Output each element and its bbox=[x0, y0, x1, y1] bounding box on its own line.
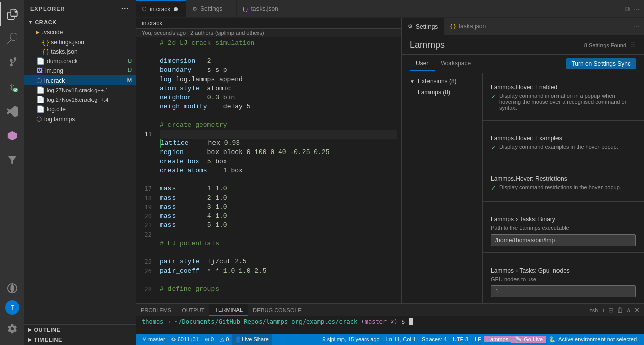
log-cite-label: log.cite bbox=[47, 106, 132, 113]
remote-icon[interactable] bbox=[0, 276, 24, 300]
gpu-nodes-input[interactable] bbox=[491, 285, 636, 297]
code-line bbox=[160, 248, 397, 257]
settings-gear-icon[interactable] bbox=[0, 317, 24, 341]
code-line bbox=[160, 48, 397, 57]
env-status[interactable]: 🐍 Active environment not selected bbox=[546, 336, 640, 343]
code-area[interactable]: # 2d LJ crack simulation dimension 2 bou… bbox=[156, 37, 401, 303]
sidebar-item-log-lammps[interactable]: ⬡ log.lammps bbox=[24, 114, 136, 124]
status-bar: ⑂ master ⟳ 6011↓31 ⊗ 0 △ 0 👤 Live Share … bbox=[136, 334, 644, 345]
tasks-binary-name: Lammps › Tasks: Binary bbox=[491, 216, 636, 223]
tab-modified-dot bbox=[174, 7, 178, 11]
svg-marker-1 bbox=[8, 131, 17, 140]
tab-tasks-json[interactable]: { } tasks.json bbox=[237, 0, 287, 17]
cursor-pos-status[interactable]: Ln 11, Col 1 bbox=[383, 336, 419, 342]
sidebar-item-settings-json[interactable]: { } settings.json bbox=[24, 37, 136, 47]
search-icon[interactable] bbox=[0, 26, 24, 51]
terminal-tab[interactable]: TERMINAL bbox=[209, 304, 248, 316]
test-icon[interactable] bbox=[0, 148, 24, 172]
source-control-icon[interactable] bbox=[0, 51, 24, 75]
hover-enabled-name: Lammps.Hover: Enabled bbox=[491, 84, 636, 91]
branch-status[interactable]: ⑂ master bbox=[140, 334, 168, 345]
spaces-status[interactable]: Spaces: 4 bbox=[419, 336, 450, 342]
tab-settings-label: Settings bbox=[200, 5, 222, 12]
setting-tasks-binary: Lammps › Tasks: Binary Path to the Lammp… bbox=[483, 210, 644, 253]
setting-hover-restrictions: Lammps.Hover: Restrictions ✓ Display com… bbox=[483, 169, 644, 202]
tasks-binary-input[interactable] bbox=[491, 234, 636, 246]
hover-enabled-desc: ✓ Display command information in a popup… bbox=[491, 93, 636, 111]
avatar[interactable]: T bbox=[5, 300, 19, 315]
code-line: # LJ potentials bbox=[160, 239, 397, 248]
errors-label: ⊗ 0 bbox=[205, 336, 214, 343]
debug-console-tab[interactable]: DEBUG CONSOLE bbox=[248, 304, 307, 316]
run-debug-icon[interactable] bbox=[0, 75, 24, 99]
editor-content[interactable]: 11 17 18 19 20 21 22 25 bbox=[136, 37, 401, 303]
terminal-split-icon[interactable]: ⊟ bbox=[608, 306, 614, 314]
terminal-expand-icon[interactable]: ∧ bbox=[626, 306, 631, 314]
encoding-status[interactable]: UTF-8 bbox=[450, 336, 471, 342]
sidebar-menu-icon[interactable]: ··· bbox=[121, 4, 130, 13]
code-line bbox=[160, 276, 397, 285]
terminal-close-panel-icon[interactable]: ✕ bbox=[634, 306, 640, 314]
warnings-status[interactable]: △ 0 bbox=[217, 334, 232, 345]
tab-settings[interactable]: ⚙ Settings bbox=[186, 0, 237, 17]
sidebar-item-in-crack[interactable]: ⬡ in.crack M bbox=[24, 75, 136, 85]
code-line bbox=[160, 130, 397, 139]
git-blame-status[interactable]: 9 sjplimp, 15 years ago bbox=[320, 336, 383, 342]
editor-tab-actions: ⧉ ··· bbox=[621, 0, 644, 17]
settings-more-icon[interactable]: ··· bbox=[634, 22, 640, 30]
sidebar-item-vscode[interactable]: ▸ .vscode bbox=[24, 27, 136, 37]
outline-arrow: ▶ bbox=[28, 327, 32, 332]
hover-restrictions-name: Lammps.Hover: Restrictions bbox=[491, 175, 636, 182]
lm-png-label: lm.png bbox=[45, 67, 126, 74]
tab-tasks-json-settings[interactable]: { } tasks.json bbox=[444, 18, 492, 35]
sidebar-section-crack[interactable]: ▼ CRACK bbox=[24, 17, 136, 27]
sync-settings-button[interactable]: Turn on Settings Sync bbox=[566, 58, 636, 69]
terminal-branch: (master ✗) bbox=[361, 318, 398, 325]
settings-layout-icon[interactable]: ☰ bbox=[630, 42, 636, 49]
env-icon: 🐍 bbox=[549, 336, 556, 343]
more-actions-icon[interactable]: ··· bbox=[634, 5, 640, 13]
sidebar-item-tasks-json[interactable]: { } tasks.json bbox=[24, 47, 136, 56]
split-editor-icon[interactable]: ⧉ bbox=[625, 5, 630, 13]
live-share-badge[interactable]: 👤 Live Share bbox=[232, 334, 272, 345]
files-icon[interactable] bbox=[0, 2, 24, 26]
outline-section[interactable]: ▶ OUTLINE bbox=[24, 324, 136, 335]
tasks-json-label: tasks.json bbox=[51, 48, 132, 55]
file-icon-crack: ⬡ bbox=[36, 76, 42, 84]
eol-status[interactable]: LF bbox=[471, 336, 484, 342]
sidebar-item-log-g4[interactable]: 📄 log.27Nov18.crack.g++.4 bbox=[24, 95, 136, 104]
sidebar-item-dump-crack[interactable]: 📄 dump.crack U bbox=[24, 56, 136, 66]
timeline-section[interactable]: ▶ TIMELINE bbox=[24, 335, 136, 345]
user-tab[interactable]: User bbox=[410, 57, 435, 71]
tab-tasks-label: tasks.json bbox=[251, 5, 278, 12]
sync-status[interactable]: ⟳ 6011↓31 bbox=[168, 334, 202, 345]
terminal-tab-label: TERMINAL bbox=[214, 306, 243, 313]
go-live-status[interactable]: 📡 Go Live bbox=[511, 336, 546, 343]
vscode-folder-label: .vscode bbox=[42, 29, 132, 36]
terminal-add-icon[interactable]: + bbox=[601, 306, 605, 314]
spaces-label: Spaces: 4 bbox=[422, 336, 447, 342]
extensions-tree-item[interactable]: ▼ Extensions (8) bbox=[402, 75, 482, 87]
git-blame-label: 9 sjplimp, 15 years ago bbox=[323, 336, 380, 342]
workspace-tab[interactable]: Workspace bbox=[435, 57, 477, 71]
hover-examples-name: Lammps.Hover: Examples bbox=[491, 135, 636, 142]
tab-settings-main[interactable]: ⚙ Settings bbox=[402, 18, 444, 35]
timeline-arrow: ▶ bbox=[28, 337, 32, 342]
lammps-tree-item[interactable]: Lammps (8) bbox=[402, 87, 482, 98]
sidebar-item-lm-png[interactable]: 🖼 lm.png U bbox=[24, 66, 136, 75]
file-icon-png: 🖼 bbox=[36, 67, 43, 74]
output-tab[interactable]: OUTPUT bbox=[177, 304, 209, 316]
sidebar-item-log-g1[interactable]: 📄 log.27Nov18.crack.g++.1 bbox=[24, 85, 136, 95]
problems-tab[interactable]: PROBLEMS bbox=[136, 304, 177, 316]
terminal-content[interactable]: thomas → ~/Documents/GitHub_Repos/lammps… bbox=[136, 316, 644, 327]
terminal-trash-icon[interactable]: 🗑 bbox=[617, 306, 623, 314]
extensions-icon[interactable] bbox=[0, 99, 24, 124]
terminal-area: PROBLEMS OUTPUT TERMINAL DEBUG CONSOLE z… bbox=[136, 303, 644, 334]
hover-examples-desc: ✓ Display command examples in the hover … bbox=[491, 144, 636, 151]
errors-status[interactable]: ⊗ 0 bbox=[202, 334, 217, 345]
tab-in-crack[interactable]: ⬡ in.crack bbox=[136, 0, 186, 17]
lammps-status-badge[interactable]: Lammps bbox=[484, 336, 511, 342]
sidebar-item-log-cite[interactable]: 📄 log.cite bbox=[24, 104, 136, 114]
lammps-plugin-icon[interactable] bbox=[0, 124, 24, 148]
code-line: pair_coeff * * 1.0 1.0 2.5 bbox=[160, 266, 397, 276]
